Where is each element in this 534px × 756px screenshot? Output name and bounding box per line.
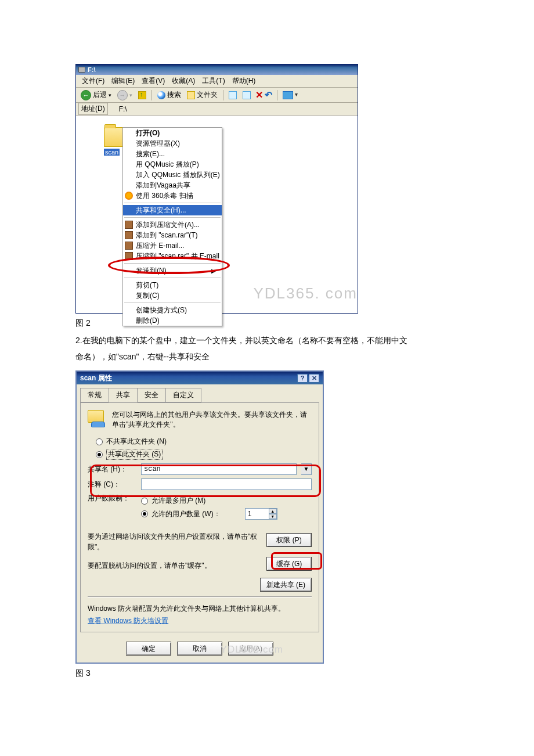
tab-sharing[interactable]: 共享: [109, 388, 138, 402]
cm-explorer[interactable]: 资源管理器(X): [123, 138, 222, 149]
cm-search[interactable]: 搜索(E)...: [123, 149, 222, 159]
cm-add-rar[interactable]: 添加到压缩文件(A)...: [123, 219, 222, 230]
moveto-icon: [229, 91, 237, 99]
menu-view[interactable]: 查看(V): [138, 75, 168, 87]
addressbar: 地址(D) F:\: [76, 103, 358, 116]
close-button[interactable]: ✕: [309, 374, 319, 383]
spin-up-icon[interactable]: ▲: [269, 509, 277, 514]
menu-tools[interactable]: 工具(T): [199, 75, 228, 87]
folder-name: scan: [104, 149, 120, 156]
cm-cut[interactable]: 剪切(T): [123, 280, 222, 290]
radio-icon: [96, 451, 103, 458]
copyto-button[interactable]: [240, 90, 253, 100]
search-label: 搜索: [167, 90, 181, 100]
archive-icon: [125, 231, 133, 239]
menu-edit[interactable]: 编辑(E): [108, 75, 138, 87]
watermark: YDL365. com: [253, 285, 358, 303]
cm-qqmusic-queue[interactable]: 加入 QQMusic 播放队列(E): [123, 170, 222, 180]
cm-open[interactable]: 打开(O): [123, 128, 222, 138]
views-button[interactable]: [280, 90, 295, 100]
cm-shortcut[interactable]: 创建快捷方式(S): [123, 305, 222, 315]
cm-share-security[interactable]: 共享和安全(H)...: [123, 205, 222, 215]
cm-vagaa[interactable]: 添加到Vagaa共享: [123, 180, 222, 190]
moveto-button[interactable]: [226, 90, 239, 100]
cm-rar-email-named[interactable]: 压缩到 "scan.rar" 并 E-mail: [123, 251, 222, 261]
menu-file[interactable]: 文件(F): [78, 75, 108, 87]
archive-icon: [125, 252, 133, 260]
forward-button[interactable]: → ▾: [115, 89, 135, 102]
firewall-text: Windows 防火墙配置为允许此文件夹与网络上其他计算机共享。: [88, 603, 312, 614]
address-label[interactable]: 地址(D): [78, 103, 108, 115]
cm-label: 添加到压缩文件(A)...: [136, 220, 200, 230]
tabstrip: 常规 共享 安全 自定义: [77, 384, 323, 402]
ok-button[interactable]: 确定: [126, 642, 171, 656]
folders-button[interactable]: 文件夹: [185, 89, 220, 101]
cm-sendto[interactable]: 发送到(N) ▶: [123, 265, 222, 276]
menu-help[interactable]: 帮助(H): [229, 75, 259, 87]
body-text-line1: 2.在我的电脑下的某个盘中，建立一个文件夹，并以英文命名（名称不要有空格，不能用…: [75, 332, 459, 348]
address-value: F:\: [119, 105, 127, 113]
cm-rar-email[interactable]: 压缩并 E-mail...: [123, 240, 222, 251]
cm-qqmusic-play[interactable]: 用 QQMusic 播放(P): [123, 159, 222, 170]
share-name-input[interactable]: scan: [141, 463, 297, 475]
menu-fav[interactable]: 收藏(A): [168, 75, 199, 87]
explorer-window: F:\ 文件(F) 编辑(E) 查看(V) 收藏(A) 工具(T) 帮助(H) …: [75, 64, 358, 314]
apply-button[interactable]: 应用(A): [228, 642, 273, 656]
toolbar: ← 后退 ▾ → ▾ 搜索 文件夹 ✕ ↶: [76, 88, 358, 103]
tab-custom[interactable]: 自定义: [165, 388, 201, 402]
radio-icon: [96, 438, 103, 445]
comment-input[interactable]: [141, 478, 312, 490]
newshare-button[interactable]: 新建共享 (E): [260, 578, 312, 592]
window-titlebar: F:\: [76, 64, 358, 75]
toolbar-sep: [277, 90, 277, 100]
folder-icon: [187, 91, 195, 99]
menu-separator: [124, 203, 221, 203]
panel-rule: [88, 596, 312, 597]
cm-360scan[interactable]: 使用 360杀毒 扫描: [123, 190, 222, 201]
cm-label: 压缩并 E-mail...: [136, 241, 184, 251]
sharing-panel: 您可以与网络上的其他用户共享该文件夹。要共享该文件夹，请单击"共享此文件夹"。 …: [80, 402, 319, 632]
submenu-arrow-icon: ▶: [211, 268, 216, 274]
toolbar-sep: [223, 90, 223, 100]
delete-button[interactable]: ✕: [254, 89, 264, 100]
cm-delete[interactable]: 删除(D): [123, 315, 222, 326]
cm-copy[interactable]: 复制(C): [123, 290, 222, 301]
properties-dialog: scan 属性 ? ✕ 常规 共享 安全 自定义 您可以与网络上的其他用户共享该…: [75, 370, 324, 664]
radio-icon: [141, 498, 148, 505]
search-button[interactable]: 搜索: [155, 89, 183, 101]
cm-label: 使用 360杀毒 扫描: [136, 191, 193, 201]
cache-button[interactable]: 缓存 (G): [266, 557, 312, 571]
cm-label: 添加到 "scan.rar"(T): [136, 231, 198, 240]
radio-usercount[interactable]: 允许的用户数量 (W)： 1 ▲ ▼: [141, 508, 312, 520]
share-name-label: 共享名 (H)：: [88, 465, 136, 474]
spin-down-icon[interactable]: ▼: [269, 514, 277, 519]
up-icon: [138, 91, 146, 99]
firewall-link[interactable]: 查看 Windows 防火墙设置: [88, 617, 168, 625]
tab-general[interactable]: 常规: [80, 388, 109, 402]
forward-icon: →: [117, 90, 128, 100]
back-button[interactable]: ← 后退 ▾: [78, 89, 114, 102]
radio-noshare[interactable]: 不共享此文件夹 (N): [96, 437, 312, 447]
dialog-bottom-buttons: 确定 取消 应用(A) YDL365.com: [77, 636, 323, 663]
radio-share[interactable]: 共享此文件夹 (S): [96, 449, 312, 460]
explorer-content[interactable]: scan 打开(O) 资源管理器(X) 搜索(E)... 用 QQMusic 播…: [76, 116, 358, 313]
cm-add-rar-named[interactable]: 添加到 "scan.rar"(T): [123, 230, 222, 240]
undo-button[interactable]: ↶: [265, 89, 274, 100]
tab-security[interactable]: 安全: [137, 388, 166, 402]
input-value: scan: [144, 465, 161, 473]
radio-maxusers[interactable]: 允许最多用户 (M): [141, 496, 312, 506]
folder-item[interactable]: scan: [76, 116, 129, 313]
cancel-button[interactable]: 取消: [177, 642, 222, 656]
dropdown-icon: ▾: [129, 92, 132, 98]
search-icon: [157, 91, 165, 99]
folders-label: 文件夹: [197, 90, 218, 100]
permissions-button[interactable]: 权限 (P): [266, 533, 312, 547]
usercount-input[interactable]: 1 ▲ ▼: [245, 508, 277, 520]
share-name-dropdown[interactable]: ▼: [301, 463, 312, 475]
help-button[interactable]: ?: [297, 374, 308, 383]
radio-label: 共享此文件夹 (S): [106, 449, 163, 460]
address-input[interactable]: F:\: [110, 105, 127, 113]
perm-desc: 要为通过网络访问该文件夹的用户设置权限，请单击"权限"。: [88, 531, 259, 552]
copyto-icon: [243, 91, 251, 99]
up-button[interactable]: [136, 90, 149, 100]
